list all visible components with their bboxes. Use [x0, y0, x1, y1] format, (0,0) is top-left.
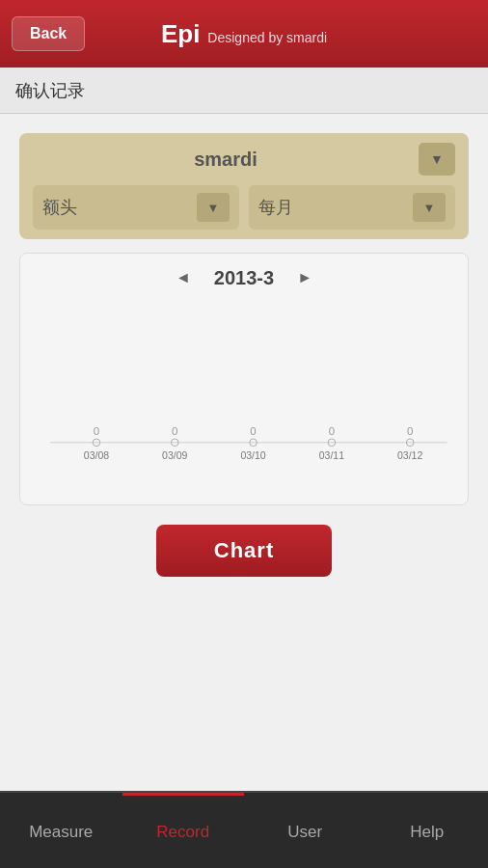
- chart-nav: ◄ 2013-3 ►: [32, 265, 456, 290]
- nav-item-measure[interactable]: Measure: [0, 793, 122, 868]
- chart-svg: 0 0 0 0 0 03/08 03/09 03/10 03/11 03/12: [32, 300, 456, 493]
- svg-text:0: 0: [94, 425, 99, 437]
- svg-text:0: 0: [172, 425, 177, 437]
- chart-button[interactable]: Chart: [156, 525, 332, 577]
- user-dropdown-button[interactable]: ▼: [419, 143, 455, 176]
- user-card: smardi ▼ 额头 ▼ 每月 ▼: [19, 133, 469, 239]
- filter-row: 额头 ▼ 每月 ▼: [33, 185, 455, 230]
- nav-record-label: Record: [156, 823, 209, 842]
- svg-text:0: 0: [329, 425, 335, 437]
- svg-text:0: 0: [407, 425, 413, 437]
- nav-measure-label: Measure: [29, 823, 93, 842]
- back-button[interactable]: Back: [12, 16, 85, 51]
- header-title: Epi Designed by smardi: [161, 19, 327, 49]
- sub-header: 确认记录: [0, 68, 488, 114]
- app-subtitle: Designed by smardi: [207, 30, 327, 45]
- main-content: smardi ▼ 额头 ▼ 每月 ▼ ◄ 2013-3 ►: [0, 114, 488, 615]
- period-dropdown-button[interactable]: ▼: [413, 193, 446, 222]
- body-part-filter: 额头 ▼: [33, 185, 239, 230]
- period-label: 每月: [258, 196, 293, 219]
- user-name-label: smardi: [33, 149, 419, 171]
- chart-next-button[interactable]: ►: [289, 265, 320, 290]
- chart-area: 0 0 0 0 0 03/08 03/09 03/10 03/11 03/12: [32, 300, 456, 493]
- chart-period-label: 2013-3: [214, 267, 274, 289]
- svg-text:03/09: 03/09: [162, 449, 187, 461]
- nav-user-label: User: [287, 823, 322, 842]
- nav-help-label: Help: [410, 823, 444, 842]
- nav-item-user[interactable]: User: [244, 793, 366, 868]
- user-row: smardi ▼: [33, 143, 455, 176]
- chart-container: ◄ 2013-3 ► 0 0 0 0 0 03/08: [19, 253, 469, 505]
- nav-item-help[interactable]: Help: [366, 793, 489, 868]
- header: Back Epi Designed by smardi: [0, 0, 488, 68]
- svg-text:03/10: 03/10: [240, 449, 265, 461]
- bottom-nav: Measure Record User Help: [0, 791, 488, 868]
- svg-text:03/12: 03/12: [397, 449, 422, 461]
- nav-item-record[interactable]: Record: [122, 793, 245, 868]
- period-filter: 每月 ▼: [249, 185, 455, 230]
- chart-prev-button[interactable]: ◄: [168, 265, 199, 290]
- page-title: 确认记录: [15, 79, 85, 102]
- svg-text:0: 0: [250, 425, 256, 437]
- body-part-dropdown-button[interactable]: ▼: [197, 193, 230, 222]
- app-title: Epi: [161, 19, 200, 49]
- svg-text:03/11: 03/11: [319, 449, 344, 461]
- body-part-label: 额头: [42, 196, 77, 219]
- svg-text:03/08: 03/08: [84, 449, 109, 461]
